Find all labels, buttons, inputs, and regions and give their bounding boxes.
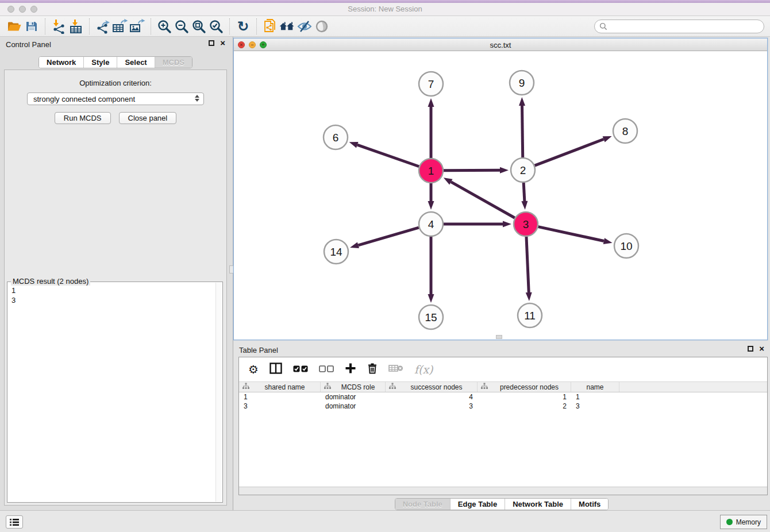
open-file-icon[interactable]	[6, 18, 23, 35]
table-cell[interactable]: 1	[571, 393, 619, 401]
memory-label: Memory	[736, 518, 761, 526]
zoom-fit-icon[interactable]	[190, 18, 207, 35]
tab-select[interactable]: Select	[117, 57, 155, 68]
edge-3-10[interactable]	[538, 227, 603, 241]
close-panel-button[interactable]: Close panel	[119, 112, 177, 124]
save-session-icon[interactable]	[23, 18, 40, 35]
window-titlebar: Session: New Session	[0, 0, 770, 16]
function-builder-icon[interactable]: f(x)	[414, 363, 433, 376]
node-label-4: 4	[428, 218, 434, 230]
network-window-titlebar[interactable]: × − + scc.txt	[234, 38, 767, 51]
table-cell[interactable]: 3	[386, 402, 478, 410]
network-canvas[interactable]: 7968124314101511	[234, 51, 767, 340]
column-label: shared name	[249, 383, 320, 391]
table-cell[interactable]: dominator	[321, 393, 386, 401]
deselect-all-icon[interactable]	[319, 364, 334, 375]
edge-arrow-1-4	[428, 201, 434, 210]
edge-arrow-1-2	[500, 167, 509, 174]
table-row[interactable]: 1dominator411	[239, 392, 767, 402]
control-panel-tabbar: NetworkStyleSelectMCDS	[38, 56, 192, 68]
column-header-MCDS-role[interactable]: MCDS role	[321, 382, 386, 392]
edge-arrow-2-9	[519, 97, 525, 106]
network-graph[interactable]: 7968124314101511	[234, 51, 767, 340]
column-header-successor-nodes[interactable]: successor nodes	[386, 382, 478, 392]
control-panel: Control Panel × NetworkStyleSelectMCDS O…	[0, 37, 231, 510]
column-header-predecessor-nodes[interactable]: predecessor nodes	[478, 382, 571, 392]
task-history-button[interactable]	[6, 515, 23, 529]
export-table-icon[interactable]	[111, 18, 129, 35]
window-title: Session: New Session	[0, 5, 770, 13]
edge-arrow-2-8	[603, 136, 612, 142]
table-tabbar: Node TableEdge TableNetwork TableMotifs	[395, 498, 609, 510]
network-hscroll-thumb[interactable]	[496, 335, 502, 339]
result-scrollbar[interactable]	[215, 283, 222, 502]
network-from-selection-icon[interactable]	[261, 18, 279, 35]
float-table-panel-icon[interactable]	[748, 346, 753, 352]
edge-4-14[interactable]	[358, 228, 418, 245]
table-row[interactable]: 3dominator323	[239, 402, 767, 411]
import-table-icon[interactable]	[67, 18, 84, 35]
add-row-icon[interactable]	[345, 363, 356, 376]
tab-node-table[interactable]: Node Table	[395, 499, 451, 510]
tab-style[interactable]: Style	[84, 57, 117, 68]
edge-1-6[interactable]	[357, 145, 419, 167]
zoom-in-icon[interactable]	[156, 18, 173, 35]
edge-2-3[interactable]	[523, 183, 525, 201]
edge-2-8[interactable]	[535, 139, 604, 165]
edge-2-9[interactable]	[522, 106, 523, 157]
search-field[interactable]	[594, 20, 764, 33]
main-toolbar: ↻	[0, 16, 770, 37]
hide-selected-eye-icon[interactable]	[296, 18, 313, 35]
tab-edge-table[interactable]: Edge Table	[451, 499, 505, 510]
tab-mcds[interactable]: MCDS	[155, 57, 192, 68]
edge-arrow-2-3	[521, 201, 528, 210]
tab-network[interactable]: Network	[39, 57, 84, 68]
criterion-select[interactable]: strongly connected component	[27, 92, 204, 105]
show-columns-icon[interactable]	[270, 363, 282, 376]
float-panel-icon[interactable]	[209, 40, 214, 46]
refresh-icon[interactable]: ↻	[234, 18, 252, 35]
edge-3-11[interactable]	[526, 237, 529, 292]
zoom-selected-icon[interactable]	[207, 18, 225, 35]
table-rows: 1dominator4113dominator323	[239, 392, 767, 411]
table-cell[interactable]: 1	[478, 393, 571, 401]
edge-3-1[interactable]	[451, 182, 515, 218]
node-label-11: 11	[524, 310, 536, 322]
close-panel-icon[interactable]: ×	[220, 40, 225, 46]
export-network-icon[interactable]	[94, 18, 111, 35]
select-all-icon[interactable]	[293, 364, 308, 375]
zoom-out-icon[interactable]	[173, 18, 190, 35]
column-header-shared-name[interactable]: shared name	[239, 382, 321, 392]
tab-network-table[interactable]: Network Table	[505, 499, 571, 510]
export-image-icon[interactable]	[129, 18, 146, 35]
node-label-8: 8	[622, 125, 629, 137]
close-table-panel-icon[interactable]: ×	[759, 346, 764, 352]
run-mcds-button[interactable]: Run MCDS	[55, 112, 111, 124]
home-icon[interactable]	[279, 18, 296, 35]
column-label: MCDS role	[331, 383, 385, 391]
show-all-eye-icon[interactable]	[313, 18, 330, 35]
table-cell[interactable]: dominator	[321, 402, 386, 410]
table-cell[interactable]: 2	[478, 402, 571, 410]
table-cell[interactable]: 1	[239, 393, 321, 401]
mcds-result-box: MCDS result (2 nodes) 1 3	[7, 282, 223, 503]
delete-row-icon[interactable]	[367, 363, 378, 376]
edge-arrow-4-15	[428, 294, 434, 303]
optimization-criterion-label: Optimization criterion:	[5, 79, 226, 87]
node-label-15: 15	[425, 311, 437, 323]
table-hscrollbar[interactable]	[239, 487, 767, 495]
tree-icon	[389, 383, 396, 391]
table-cell[interactable]: 4	[386, 393, 478, 401]
column-header-name[interactable]: name	[571, 382, 619, 392]
table-cell[interactable]: 3	[239, 402, 321, 410]
tab-motifs[interactable]: Motifs	[571, 499, 608, 510]
table-cell[interactable]: 3	[571, 402, 619, 410]
table-settings-icon[interactable]: ⚙	[248, 364, 259, 375]
memory-button[interactable]: Memory	[720, 515, 767, 529]
import-network-icon[interactable]	[50, 18, 67, 35]
search-input[interactable]	[610, 22, 759, 30]
edge-1-2[interactable]	[444, 170, 500, 171]
node-label-2: 2	[520, 164, 526, 176]
delete-table-icon[interactable]	[388, 364, 403, 375]
column-label: name	[571, 383, 619, 391]
